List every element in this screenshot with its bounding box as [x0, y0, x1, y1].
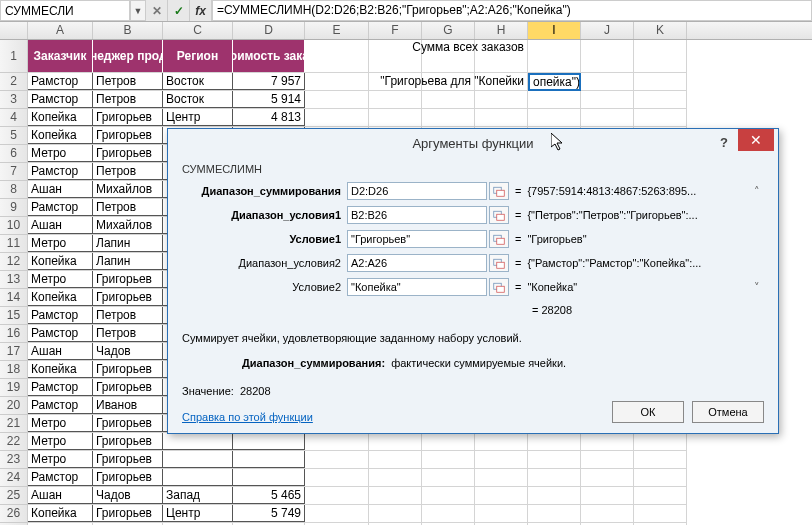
cell[interactable]: Центр	[163, 505, 233, 522]
row-header-12[interactable]: 12	[0, 253, 28, 271]
arg-input[interactable]	[347, 182, 487, 200]
cell[interactable]	[422, 487, 475, 504]
cell[interactable]	[305, 505, 369, 522]
ok-button[interactable]: ОК	[612, 401, 684, 423]
cell[interactable]	[528, 40, 581, 72]
cell[interactable]: Копейка	[28, 289, 93, 306]
cell[interactable]: Петров	[93, 325, 163, 342]
cell[interactable]	[369, 469, 422, 486]
name-box[interactable]: СУММЕСЛИ	[0, 0, 130, 21]
cell[interactable]: Ашан	[28, 181, 93, 198]
arg-input[interactable]	[347, 230, 487, 248]
cell[interactable]: Копейка	[28, 361, 93, 378]
cell[interactable]: Ашан	[28, 217, 93, 234]
range-picker-icon[interactable]	[489, 230, 509, 248]
cell[interactable]	[233, 469, 305, 486]
formula-cancel-icon[interactable]: ✕	[146, 0, 168, 21]
cell[interactable]	[422, 451, 475, 468]
row-header-1[interactable]: 1	[0, 40, 28, 73]
column-header-C[interactable]: C	[163, 22, 233, 39]
cell[interactable]	[422, 109, 475, 126]
cell[interactable]	[305, 451, 369, 468]
column-header-H[interactable]: H	[475, 22, 528, 39]
cell[interactable]	[163, 433, 233, 450]
cell[interactable]: Рамстор	[28, 325, 93, 342]
cell[interactable]	[581, 40, 634, 72]
row-header-13[interactable]: 13	[0, 271, 28, 289]
cell[interactable]	[634, 73, 687, 90]
cell[interactable]: Копейка	[28, 505, 93, 522]
cell[interactable]: Рамстор	[28, 91, 93, 108]
cell[interactable]: Петров	[93, 91, 163, 108]
cell[interactable]: Копейка	[28, 127, 93, 144]
cell[interactable]	[581, 469, 634, 486]
cell[interactable]	[422, 433, 475, 450]
cell[interactable]: 4 813	[233, 109, 305, 126]
cell[interactable]	[369, 109, 422, 126]
cell[interactable]	[528, 505, 581, 522]
cell[interactable]: Восток	[163, 73, 233, 90]
cell[interactable]: Чадов	[93, 487, 163, 504]
cell[interactable]: Рамстор	[28, 469, 93, 486]
cell[interactable]: 7 957	[233, 73, 305, 90]
cell[interactable]: Григорьев	[93, 505, 163, 522]
cell[interactable]: Григорьев	[93, 271, 163, 288]
column-header-G[interactable]: G	[422, 22, 475, 39]
cell[interactable]	[528, 469, 581, 486]
cell[interactable]: Стоимость заказа	[233, 40, 305, 72]
row-header-25[interactable]: 25	[0, 487, 28, 505]
help-link[interactable]: Справка по этой функции	[182, 411, 313, 423]
range-picker-icon[interactable]	[489, 278, 509, 296]
column-header-E[interactable]: E	[305, 22, 369, 39]
cell[interactable]: Григорьев	[93, 127, 163, 144]
row-header-3[interactable]: 3	[0, 91, 28, 109]
cell[interactable]	[422, 469, 475, 486]
cell[interactable]	[422, 505, 475, 522]
row-header-17[interactable]: 17	[0, 343, 28, 361]
cell[interactable]: Григорьев	[93, 361, 163, 378]
cell[interactable]	[581, 487, 634, 504]
row-header-4[interactable]: 4	[0, 109, 28, 127]
cell[interactable]	[475, 109, 528, 126]
cell[interactable]: Григорьев	[93, 469, 163, 486]
cell[interactable]	[634, 469, 687, 486]
cell[interactable]: Регион	[163, 40, 233, 72]
cell[interactable]: Григорьев	[93, 145, 163, 162]
dialog-title-bar[interactable]: Аргументы функции ? ✕	[168, 129, 778, 157]
cell[interactable]	[475, 451, 528, 468]
cell[interactable]: Запад	[163, 487, 233, 504]
column-header-D[interactable]: D	[233, 22, 305, 39]
cell[interactable]: Михайлов	[93, 217, 163, 234]
cell[interactable]: Рамстор	[28, 163, 93, 180]
scroll-down-icon[interactable]: ˅	[750, 281, 764, 294]
cell[interactable]	[634, 91, 687, 108]
cell[interactable]	[369, 487, 422, 504]
select-all-corner[interactable]	[0, 22, 28, 39]
cell[interactable]: опейка")	[528, 73, 581, 91]
row-header-14[interactable]: 14	[0, 289, 28, 307]
row-header-23[interactable]: 23	[0, 451, 28, 469]
row-header-16[interactable]: 16	[0, 325, 28, 343]
cell[interactable]	[305, 469, 369, 486]
cell[interactable]: Метро	[28, 433, 93, 450]
cell[interactable]: Восток	[163, 91, 233, 108]
cell[interactable]: Петров	[93, 307, 163, 324]
range-picker-icon[interactable]	[489, 182, 509, 200]
cell[interactable]	[475, 469, 528, 486]
cell[interactable]	[369, 505, 422, 522]
cell[interactable]	[528, 433, 581, 450]
cell[interactable]: Григорьев	[93, 289, 163, 306]
cell[interactable]	[305, 487, 369, 504]
cell[interactable]	[369, 91, 422, 108]
cell[interactable]: Метро	[28, 235, 93, 252]
row-header-21[interactable]: 21	[0, 415, 28, 433]
arg-input[interactable]	[347, 254, 487, 272]
cell[interactable]	[634, 451, 687, 468]
cell[interactable]	[422, 91, 475, 108]
cell[interactable]: Григорьева для "Копейки"	[475, 73, 528, 90]
row-header-20[interactable]: 20	[0, 397, 28, 415]
cell[interactable]: Михайлов	[93, 181, 163, 198]
formula-enter-icon[interactable]: ✓	[168, 0, 190, 21]
cell[interactable]: Копейка	[28, 253, 93, 270]
cell[interactable]	[634, 505, 687, 522]
